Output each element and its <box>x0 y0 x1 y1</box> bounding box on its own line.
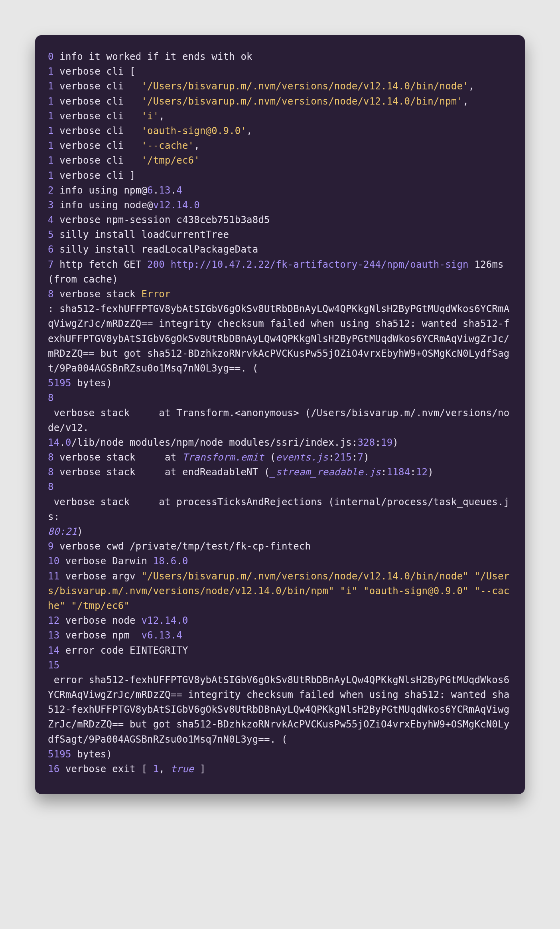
log-token: 1 <box>48 140 54 151</box>
log-token: ) <box>77 526 83 537</box>
log-token: "/Users/bisvarup.m/.nvm/versions/node/v1… <box>141 571 468 582</box>
log-token: . <box>176 555 182 567</box>
log-token: v12.14.0 <box>153 200 200 211</box>
log-token: verbose node <box>59 615 141 626</box>
log-token: http://10.47.2.22/fk-artifactory-244/npm… <box>171 259 469 270</box>
log-token <box>334 585 340 597</box>
log-token: 15 <box>48 660 59 671</box>
log-token: ) <box>428 466 434 478</box>
log-token: 8 <box>48 466 54 478</box>
log-token: 80:21 <box>48 526 77 537</box>
log-token: bytes) <box>71 378 112 389</box>
log-token: 13 <box>48 630 59 641</box>
log-token: events.js <box>276 452 328 463</box>
log-token: 12 <box>416 466 428 478</box>
log-token: silly install readLocalPackageData <box>54 244 258 255</box>
log-token: Error <box>141 289 170 300</box>
log-token: verbose cli <box>54 81 142 92</box>
log-token: : sha512-fexhUFFPTGV8ybAtSIGbV6gOkSv8UtR… <box>48 303 509 374</box>
log-token: 328 <box>357 437 375 448</box>
log-token: ] <box>194 763 205 775</box>
log-token: 4 <box>48 214 54 225</box>
log-token: 7 <box>48 259 54 270</box>
log-token: 6 <box>147 185 153 196</box>
log-token: , <box>469 81 475 92</box>
log-token: , <box>463 96 469 107</box>
log-token: '--cache' <box>141 140 194 151</box>
log-token: '/Users/bisvarup.m/.nvm/versions/node/v1… <box>141 81 468 92</box>
log-token: verbose stack at <box>54 452 182 463</box>
log-token: 8 <box>48 392 54 403</box>
log-token: , <box>194 140 200 151</box>
log-token: 3 <box>48 200 54 211</box>
log-token: 1 <box>48 81 54 92</box>
log-token: verbose cli <box>54 155 142 166</box>
log-token: 215 <box>334 452 352 463</box>
log-token: 1 <box>48 111 54 122</box>
log-token <box>469 585 475 597</box>
log-token: 1 <box>153 763 159 775</box>
log-token: _stream_readable.js <box>270 466 381 478</box>
log-token: 8 <box>48 452 54 463</box>
log-token: 9 <box>48 541 54 552</box>
log-token: info using node@ <box>54 200 153 211</box>
log-token: 1 <box>48 125 54 136</box>
log-token: 5 <box>48 229 54 240</box>
log-token: http fetch GET <box>54 259 147 270</box>
log-token: 5195 <box>48 378 71 389</box>
log-token: bytes) <box>71 749 112 760</box>
log-token <box>165 259 171 270</box>
log-token: "oauth-sign@0.9.0" <box>363 585 469 597</box>
log-token: 2 <box>48 185 54 196</box>
log-token: ) <box>392 437 398 448</box>
log-token: . <box>165 555 171 567</box>
log-token: true <box>171 763 194 775</box>
log-token: ) <box>363 452 369 463</box>
log-token: 1184 <box>387 466 410 478</box>
log-token: 6 <box>171 555 177 567</box>
log-token: : <box>328 452 334 463</box>
log-token: verbose cli <box>54 96 142 107</box>
log-token: 1 <box>48 155 54 166</box>
log-token: 1 <box>48 170 54 181</box>
log-token: /lib/node_modules/npm/node_modules/ssri/… <box>71 437 358 448</box>
log-token: verbose stack at processTicksAndRejectio… <box>48 496 509 522</box>
log-token: "i" <box>340 585 357 597</box>
log-token: 8 <box>48 289 54 300</box>
log-token: 6 <box>48 244 54 255</box>
log-token: verbose npm <box>59 630 141 641</box>
log-token: silly install loadCurrentTree <box>54 229 229 240</box>
log-token: verbose cli [ <box>54 66 136 77</box>
log-token: 16 <box>48 763 59 775</box>
log-token: 1 <box>48 66 54 77</box>
log-token: 200 <box>147 259 165 270</box>
log-token: error sha512-fexhUFFPTGV8ybAtSIGbV6gOkSv… <box>48 674 509 745</box>
log-token: . <box>59 437 65 448</box>
log-token: 7 <box>357 452 363 463</box>
log-token: verbose stack at Transform.<anonymous> (… <box>48 407 509 433</box>
log-token: , <box>246 125 252 136</box>
log-token: 14 <box>48 437 59 448</box>
log-token: 'oauth-sign@0.9.0' <box>141 125 246 136</box>
log-token: 5195 <box>48 749 71 760</box>
log-token: verbose stack at endReadableNT ( <box>54 466 270 478</box>
log-token: '/Users/bisvarup.m/.nvm/versions/node/v1… <box>141 96 463 107</box>
log-token: : <box>375 437 381 448</box>
log-output: 0 info it worked if it ends with ok 1 ve… <box>48 49 512 777</box>
log-token: v6.13.4 <box>141 630 182 641</box>
log-token: 13 <box>159 185 170 196</box>
log-token: verbose cli <box>54 140 142 151</box>
log-token: info it worked if it ends with ok <box>54 51 252 62</box>
log-token: 1 <box>48 96 54 107</box>
log-token: v12.14.0 <box>141 615 188 626</box>
log-token: verbose stack <box>54 289 142 300</box>
log-token: verbose npm-session c438ceb751b3a8d5 <box>54 214 270 225</box>
log-token: 10 <box>48 555 59 567</box>
log-token: verbose cli <box>54 111 142 122</box>
log-token: 'i' <box>141 111 159 122</box>
log-token: 18 <box>153 555 165 567</box>
log-token: verbose argv <box>59 571 141 582</box>
log-token: 8 <box>48 481 54 492</box>
log-token: 4 <box>176 185 182 196</box>
log-token: verbose cli <box>54 125 142 136</box>
